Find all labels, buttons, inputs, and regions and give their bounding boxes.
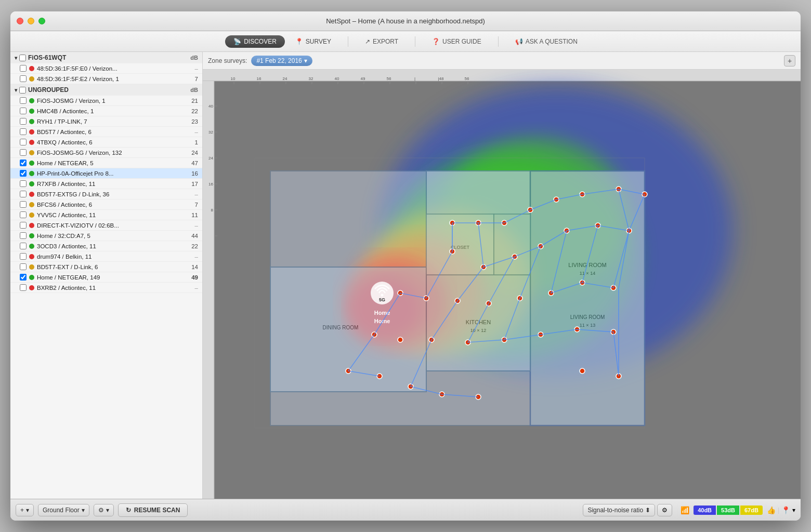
list-item: DIRECT-KT-VIZIOTV / 02:6B... – xyxy=(10,220,202,231)
status-dot-yellow xyxy=(29,76,34,82)
svg-text:8: 8 xyxy=(211,208,214,212)
group-ungrouped-checkbox[interactable] xyxy=(19,87,26,94)
ask-question-btn[interactable]: 📢 ASK A QUESTION xyxy=(507,35,586,48)
zone-btn-label: #1 Feb 22, 2016 xyxy=(256,57,302,64)
status-dot xyxy=(29,202,34,207)
toolbar-separator-2 xyxy=(415,36,415,47)
group-expand-icon[interactable]: ▾ xyxy=(15,55,17,61)
minimize-button[interactable] xyxy=(28,18,34,24)
thumbs-up-icon[interactable]: 👍 xyxy=(767,506,776,514)
item-checkbox[interactable] xyxy=(20,108,27,114)
maximize-button[interactable] xyxy=(38,18,45,24)
item-checkbox[interactable] xyxy=(20,211,27,218)
svg-text:5G: 5G xyxy=(379,297,385,302)
plus-icon: + xyxy=(788,57,792,65)
status-dot xyxy=(29,275,34,280)
svg-rect-4 xyxy=(203,81,214,499)
item-checkbox[interactable] xyxy=(20,149,27,156)
group-fios-checkbox[interactable] xyxy=(19,55,26,61)
survey-icon: 📍 xyxy=(295,38,303,45)
svg-text:56: 56 xyxy=(465,76,469,81)
location-pin-icon[interactable]: 📍 xyxy=(781,506,790,514)
heatmap-svg: 10 16 24 32 40 49 56 | xyxy=(203,70,801,499)
item-checkbox[interactable] xyxy=(20,118,27,125)
list-item: YVV5C / Actiontec, 11 11 xyxy=(10,210,202,220)
item-checkbox[interactable] xyxy=(20,284,27,291)
item-checkbox[interactable] xyxy=(20,222,27,229)
svg-point-101 xyxy=(580,368,585,374)
floor-selector[interactable]: Ground Floor ▾ xyxy=(38,504,89,516)
item-checkbox[interactable] xyxy=(20,170,27,177)
list-item-highlighted: HP-Print-0A-Officejet Pro 8... 16 xyxy=(10,168,202,179)
item-checkbox[interactable] xyxy=(20,180,27,187)
item-checkbox[interactable] xyxy=(20,65,27,72)
signal-settings-button[interactable]: ⚙ xyxy=(657,504,672,516)
floor-settings-button[interactable]: ⚙ ▾ xyxy=(94,504,114,516)
list-item: Home / NETGEAR, 5 47 xyxy=(10,158,202,168)
item-checkbox[interactable] xyxy=(20,139,27,145)
svg-text:24: 24 xyxy=(208,156,213,161)
item-checkbox[interactable] xyxy=(20,274,27,281)
megaphone-icon: 📢 xyxy=(515,38,523,45)
resume-scan-button[interactable]: ↻ RESUME SCAN xyxy=(118,503,188,517)
window-title: NetSpot – Home (A house in a neighborhoo… xyxy=(326,17,485,25)
chevron-down-icon-settings: ▾ xyxy=(106,507,109,514)
list-item: HMC4B / Actiontec, 1 22 xyxy=(10,106,202,116)
resume-scan-label: RESUME SCAN xyxy=(134,507,180,514)
item-checkbox[interactable] xyxy=(20,191,27,197)
traffic-lights xyxy=(17,18,45,24)
svg-text:32: 32 xyxy=(309,76,313,81)
discover-icon: 📡 xyxy=(233,38,241,45)
wifi-icon-area: 📶 xyxy=(681,506,689,514)
close-button[interactable] xyxy=(17,18,23,24)
item-checkbox[interactable] xyxy=(20,128,27,135)
status-dot xyxy=(29,150,34,155)
svg-rect-2 xyxy=(203,70,801,81)
zone-select-button[interactable]: #1 Feb 22, 2016 ▾ xyxy=(251,56,312,66)
refresh-icon: ↻ xyxy=(126,507,131,514)
svg-text:DINING ROOM: DINING ROOM xyxy=(323,325,359,330)
status-dot xyxy=(29,171,34,176)
item-checkbox[interactable] xyxy=(20,253,27,260)
status-dot xyxy=(29,98,34,103)
list-item: FiOS-JOSMG-5G / Verizon, 132 24 xyxy=(10,148,202,158)
group-ungrouped-name: UNGROUPED xyxy=(28,86,69,94)
svg-text:16: 16 xyxy=(208,182,213,187)
group-expand-icon-2[interactable]: ▾ xyxy=(15,87,17,93)
group-ungrouped-db: dB xyxy=(190,87,198,93)
add-zone-button[interactable]: + xyxy=(784,55,795,66)
signal-dropdown[interactable]: Signal-to-noise ratio ⬍ xyxy=(583,504,655,516)
svg-text:LIVING ROOM: LIVING ROOM xyxy=(570,314,605,320)
item-checkbox[interactable] xyxy=(20,232,27,239)
svg-text:49: 49 xyxy=(361,76,365,81)
survey-tab[interactable]: 📍 SURVEY xyxy=(287,35,339,48)
item-checkbox[interactable] xyxy=(20,263,27,270)
toolbar: 📡 DISCOVER 📍 SURVEY ↗ EXPORT ❓ USER GUID… xyxy=(10,31,801,52)
gear-icon: ⚙ xyxy=(98,507,104,514)
discover-tab[interactable]: 📡 DISCOVER xyxy=(225,35,285,48)
user-guide-icon: ❓ xyxy=(432,38,440,45)
item-checkbox[interactable] xyxy=(20,159,27,166)
item-checkbox[interactable] xyxy=(20,201,27,208)
status-dot xyxy=(29,223,34,228)
map-canvas[interactable]: 10 16 24 32 40 49 56 | xyxy=(203,70,801,499)
item-checkbox[interactable] xyxy=(20,243,27,249)
export-btn[interactable]: ↗ EXPORT xyxy=(357,35,407,48)
sidebar: ▾ FiOS-61WQT dB 48:5D:36:1F:5F:E0 / Veri… xyxy=(10,52,203,499)
status-dot xyxy=(29,244,34,249)
title-bar: NetSpot – Home (A house in a neighborhoo… xyxy=(10,11,801,31)
status-dot xyxy=(29,161,34,166)
item-checkbox[interactable] xyxy=(20,97,27,104)
signal-legend: 40dB 53dB 67dB xyxy=(694,506,763,515)
status-dot-red xyxy=(29,66,34,71)
list-item: BD5T7-EXT / D-Link, 6 14 xyxy=(10,262,202,272)
app-window: NetSpot – Home (A house in a neighborhoo… xyxy=(10,11,801,521)
add-floor-button[interactable]: + ▾ xyxy=(16,504,34,516)
item-checkbox[interactable] xyxy=(20,75,27,82)
status-dot xyxy=(29,181,34,187)
toolbar-separator-1 xyxy=(348,36,348,47)
list-item: RYH1 / TP-LINK, 7 23 xyxy=(10,116,202,127)
status-dot xyxy=(29,264,34,270)
signal-label: Signal-to-noise ratio xyxy=(587,507,643,514)
user-guide-btn[interactable]: ❓ USER GUIDE xyxy=(424,35,490,48)
